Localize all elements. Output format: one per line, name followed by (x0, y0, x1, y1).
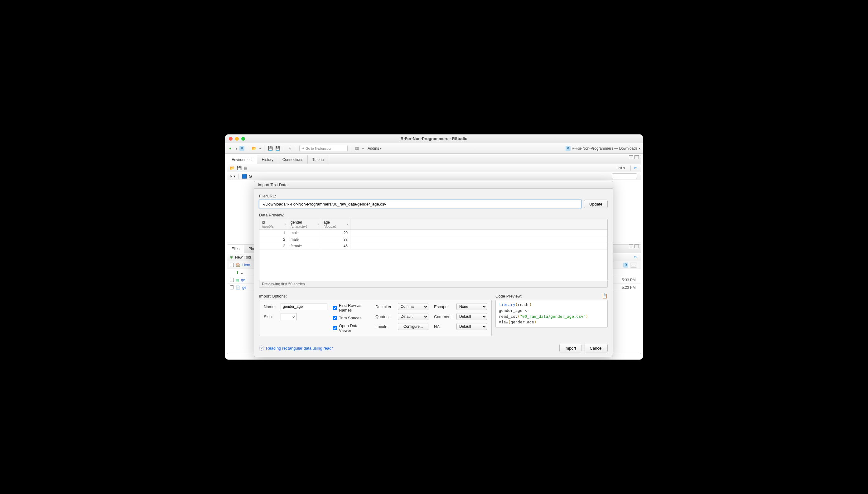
chevron-down-icon[interactable]: ▾ (284, 223, 286, 226)
delimiter-label: Delimiter: (375, 304, 396, 309)
locale-label: Locale: (375, 324, 396, 329)
files-pane-maximize-icon[interactable] (635, 245, 639, 248)
column-header-gender[interactable]: gender (character) ▾ (288, 219, 321, 230)
import-dataset-icon[interactable]: ▦ (244, 166, 247, 170)
new-project-icon[interactable]: R (239, 146, 245, 151)
open-data-viewer-checkbox[interactable]: Open Data Viewer (333, 323, 370, 333)
comment-label: Comment: (434, 315, 454, 319)
grid-dropdown[interactable] (362, 146, 364, 151)
new-file-icon[interactable]: ● (228, 146, 233, 151)
update-button[interactable]: Update (584, 200, 607, 208)
dataset-file-icon: ▤ (236, 278, 239, 282)
rstudio-window: R-For-Non-Programmers - RStudio ● R 📂 💾 … (225, 134, 643, 360)
chevron-down-icon[interactable]: ▾ (347, 223, 348, 226)
minimize-window-button[interactable] (235, 137, 239, 141)
titlebar: R-For-Non-Programmers - RStudio (225, 134, 643, 143)
new-folder-label[interactable]: New Fold (235, 255, 251, 260)
file-icon: 📄 (236, 285, 240, 290)
first-row-checkbox[interactable]: First Row as Names (333, 303, 370, 312)
file-name[interactable]: ge (242, 285, 246, 290)
breadcrumb-home[interactable]: Hom (242, 263, 250, 267)
close-window-button[interactable] (229, 137, 233, 141)
escape-select[interactable]: None (457, 303, 487, 310)
tab-connections[interactable]: Connections (278, 155, 308, 164)
code-preview[interactable]: library(readr) gender_age <- read_csv("0… (496, 300, 607, 327)
files-select-all-checkbox[interactable] (230, 263, 234, 267)
environment-search-input[interactable] (612, 173, 637, 179)
column-header-id[interactable]: id (double) ▾ (259, 219, 288, 230)
na-select[interactable]: Default (457, 323, 487, 330)
panes-area: Environment History Connections Tutorial… (225, 154, 643, 360)
print-icon[interactable]: 🖨 (287, 146, 293, 151)
import-button[interactable]: Import (559, 344, 581, 353)
na-label: NA: (434, 324, 454, 329)
column-header-age[interactable]: age (double) ▾ (321, 219, 350, 230)
preview-status-text: Previewing first 50 entries. (259, 281, 607, 287)
data-preview-table: id (double) ▾ gender (character) ▾ age (… (259, 218, 607, 281)
refresh-icon[interactable]: ⟳ (634, 166, 637, 170)
open-file-icon[interactable]: 📂 (251, 146, 257, 151)
project-label[interactable]: R-For-Non-Programmers — Downloads (572, 146, 638, 151)
goto-arrow-icon: ➔ (302, 146, 304, 150)
locale-configure-button[interactable]: Configure... (398, 323, 428, 330)
pane-maximize-icon[interactable] (635, 155, 639, 159)
tab-environment[interactable]: Environment (227, 155, 257, 164)
project-indicator-icon[interactable]: R (623, 263, 628, 268)
code-preview-label: Code Preview: (496, 294, 522, 299)
cancel-button[interactable]: Cancel (584, 344, 607, 353)
up-directory-label[interactable]: .. (241, 270, 243, 275)
addins-menu[interactable]: Addins ▾ (368, 146, 382, 151)
delimiter-select[interactable]: Comma (398, 303, 428, 310)
table-row: 3 female 45 (259, 243, 607, 249)
project-icon: R (565, 146, 571, 151)
import-options-label: Import Options: (259, 294, 492, 299)
files-refresh-icon[interactable]: ⟳ (634, 255, 637, 260)
file-url-input[interactable] (259, 200, 581, 208)
save-all-icon[interactable]: 💾 (275, 146, 281, 151)
window-title: R-For-Non-Programmers - RStudio (225, 136, 643, 141)
skip-input[interactable] (281, 313, 297, 320)
quotes-select[interactable]: Default (398, 313, 428, 320)
file-checkbox[interactable] (230, 285, 234, 289)
save-workspace-icon[interactable]: 💾 (237, 166, 242, 170)
traffic-lights (225, 137, 245, 141)
comment-select[interactable]: Default (457, 313, 487, 320)
list-view-toggle[interactable]: List ▾ (614, 165, 627, 171)
trim-spaces-checkbox[interactable]: Trim Spaces (333, 316, 370, 320)
new-file-dropdown[interactable] (235, 146, 237, 151)
global-env-label[interactable]: G (249, 174, 252, 179)
maximize-window-button[interactable] (241, 137, 245, 141)
name-input[interactable] (281, 303, 327, 310)
global-env-icon[interactable]: 🟦 (242, 174, 247, 179)
clipboard-icon[interactable]: 📋 (602, 293, 607, 299)
table-row: 2 male 38 (259, 236, 607, 243)
pane-minimize-icon[interactable] (629, 155, 633, 159)
files-more-button[interactable]: … (630, 263, 637, 268)
project-dropdown[interactable]: ▾ (639, 147, 640, 150)
tab-history[interactable]: History (257, 155, 278, 164)
grid-icon[interactable]: ▦ (354, 146, 360, 151)
file-url-label: File/URL: (259, 194, 607, 198)
open-recent-dropdown[interactable] (259, 146, 261, 151)
goto-file-function-input[interactable]: ➔ Go to file/function (299, 145, 348, 152)
home-icon[interactable]: 🏠 (236, 263, 240, 267)
tab-files[interactable]: Files (227, 245, 244, 253)
r-scope-label[interactable]: R ▾ (230, 174, 235, 178)
tab-tutorial[interactable]: Tutorial (308, 155, 329, 164)
files-pane-minimize-icon[interactable] (629, 245, 633, 248)
help-link[interactable]: ? Reading rectangular data using readr (259, 345, 333, 350)
escape-label: Escape: (434, 304, 454, 309)
load-workspace-icon[interactable]: 📂 (230, 166, 235, 170)
file-modified-time: 5:33 PM (622, 278, 638, 282)
new-folder-icon[interactable]: ⊕ (230, 255, 233, 260)
file-checkbox[interactable] (230, 278, 234, 282)
file-name[interactable]: ge (241, 278, 245, 282)
chevron-down-icon[interactable]: ▾ (317, 223, 319, 226)
import-options-panel: Name: Skip: First Row as Names (259, 300, 492, 336)
file-modified-time: 5:23 PM (622, 285, 638, 290)
import-text-data-dialog: Import Text Data File/URL: Update Data P… (254, 181, 613, 357)
up-directory-icon[interactable]: ⬆ (236, 270, 239, 275)
help-icon: ? (259, 345, 264, 350)
data-preview-label: Data Preview: (259, 213, 607, 217)
save-icon[interactable]: 💾 (268, 146, 273, 151)
